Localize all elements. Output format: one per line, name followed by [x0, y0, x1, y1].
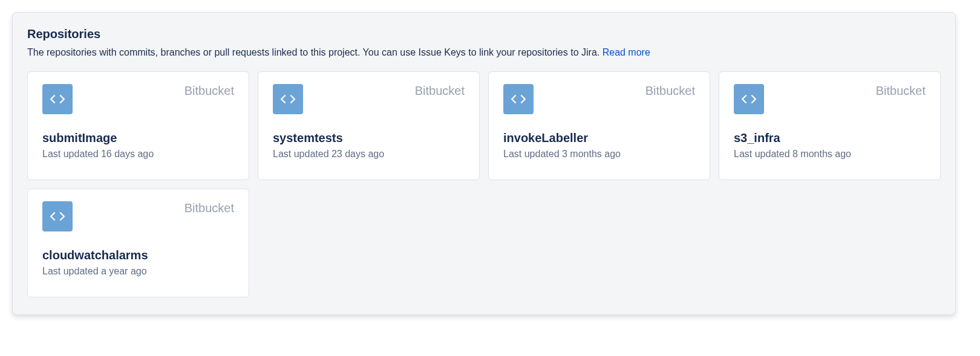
repo-name: systemtests [273, 131, 465, 145]
repo-card[interactable]: BitbucketsystemtestsLast updated 23 days… [258, 71, 480, 180]
repo-name: cloudwatchalarms [42, 248, 234, 262]
provider-label: Bitbucket [876, 84, 926, 98]
card-header: Bitbucket [42, 84, 234, 114]
repo-card[interactable]: Bitbuckets3_infraLast updated 8 months a… [719, 71, 941, 180]
code-icon [42, 201, 73, 231]
card-header: Bitbucket [503, 84, 695, 114]
repo-card[interactable]: BitbucketcloudwatchalarmsLast updated a … [27, 189, 249, 297]
repo-updated: Last updated 8 months ago [734, 149, 926, 160]
provider-label: Bitbucket [185, 201, 234, 215]
repositories-panel: Repositories The repositories with commi… [12, 12, 956, 315]
repo-updated: Last updated a year ago [42, 266, 234, 277]
code-icon [503, 84, 534, 114]
repositories-grid: BitbucketsubmitImageLast updated 16 days… [27, 71, 941, 297]
code-icon [42, 84, 73, 114]
repo-updated: Last updated 3 months ago [503, 149, 695, 160]
description-text: The repositories with commits, branches … [27, 47, 603, 57]
repo-name: submitImage [42, 131, 234, 145]
card-header: Bitbucket [273, 84, 465, 114]
card-header: Bitbucket [734, 84, 926, 114]
repo-updated: Last updated 16 days ago [42, 149, 234, 160]
code-icon [273, 84, 303, 114]
read-more-link[interactable]: Read more [603, 47, 650, 57]
card-header: Bitbucket [42, 201, 234, 231]
repo-updated: Last updated 23 days ago [273, 149, 465, 160]
panel-title: Repositories [27, 27, 941, 41]
panel-description: The repositories with commits, branches … [27, 46, 941, 59]
provider-label: Bitbucket [415, 84, 465, 98]
repo-name: invokeLabeller [503, 131, 695, 145]
provider-label: Bitbucket [185, 84, 234, 98]
repo-name: s3_infra [734, 131, 926, 145]
provider-label: Bitbucket [645, 84, 695, 98]
repo-card[interactable]: BitbucketinvokeLabellerLast updated 3 mo… [488, 71, 710, 180]
code-icon [734, 84, 764, 114]
repo-card[interactable]: BitbucketsubmitImageLast updated 16 days… [27, 71, 249, 180]
